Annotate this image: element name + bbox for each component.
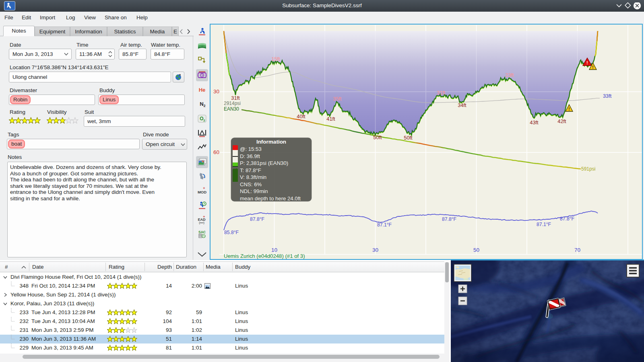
svg-text:V: 8.3ft/min: V: 8.3ft/min xyxy=(240,174,266,180)
svg-text:CNS: 6%: CNS: 6% xyxy=(240,181,262,187)
svg-text:Information: Information xyxy=(256,139,286,145)
svg-text:30: 30 xyxy=(372,247,378,253)
svg-text:N: N xyxy=(200,101,203,107)
svg-text:30: 30 xyxy=(213,88,219,95)
svg-text:34ft: 34ft xyxy=(458,102,466,108)
svg-text:10: 10 xyxy=(271,247,277,253)
svg-text:!: ! xyxy=(586,61,588,65)
svg-text:87.8°F: 87.8°F xyxy=(560,216,574,222)
svg-text:(•••): (•••) xyxy=(199,221,204,224)
svg-text:He: He xyxy=(199,87,206,93)
svg-text:EAN30: EAN30 xyxy=(224,106,239,112)
svg-text:31ft: 31ft xyxy=(231,95,240,101)
svg-text:60: 60 xyxy=(213,149,219,155)
svg-text:T: 87.8°F: T: 87.8°F xyxy=(240,167,261,173)
svg-text:85.8°F: 85.8°F xyxy=(224,230,239,235)
svg-text:!: ! xyxy=(592,65,593,70)
svg-text:2914psi: 2914psi xyxy=(224,101,241,106)
svg-text:!: ! xyxy=(568,107,570,111)
svg-text:50: 50 xyxy=(473,247,479,253)
svg-text:87.8°F: 87.8°F xyxy=(250,216,264,222)
svg-text:87.1°F: 87.1°F xyxy=(537,222,551,227)
svg-text:43ft: 43ft xyxy=(530,119,539,125)
svg-text:40ft: 40ft xyxy=(297,113,305,119)
svg-text:42ft: 42ft xyxy=(557,118,566,124)
svg-text:P: 2,381psi (EAN30): P: 2,381psi (EAN30) xyxy=(240,160,288,166)
svg-text:2: 2 xyxy=(203,104,205,108)
svg-text:15ft: 15ft xyxy=(271,56,280,62)
svg-text:35ft: 35ft xyxy=(333,96,342,102)
svg-text:@: 15:53: @: 15:53 xyxy=(240,146,262,152)
svg-text:Uemis Zurich (e04d0248) (#1 of: Uemis Zurich (e04d0248) (#1 of 3) xyxy=(224,253,305,259)
svg-text:87.1°F: 87.1°F xyxy=(377,222,392,228)
svg-text:70: 70 xyxy=(574,247,580,253)
svg-text:87.8°F: 87.8°F xyxy=(442,216,456,222)
svg-text:591psi: 591psi xyxy=(581,166,595,172)
svg-text:23ft: 23ft xyxy=(505,72,514,78)
svg-text:41ft: 41ft xyxy=(326,116,335,122)
svg-text:31ft: 31ft xyxy=(437,90,446,96)
svg-text:D: 36.9ft: D: 36.9ft xyxy=(240,153,260,159)
svg-text:SAC: SAC xyxy=(198,230,206,234)
svg-text:2: 2 xyxy=(203,119,205,122)
svg-text:50ft: 50ft xyxy=(373,134,382,140)
svg-text:MOD: MOD xyxy=(198,190,206,194)
svg-text:NDL: 99min: NDL: 99min xyxy=(240,188,268,194)
svg-text:O: O xyxy=(200,116,203,121)
svg-text:33ft: 33ft xyxy=(603,93,612,99)
svg-text:mean depth to here 24.0ft: mean depth to here 24.0ft xyxy=(240,195,301,202)
svg-text:50ft: 50ft xyxy=(404,135,413,141)
